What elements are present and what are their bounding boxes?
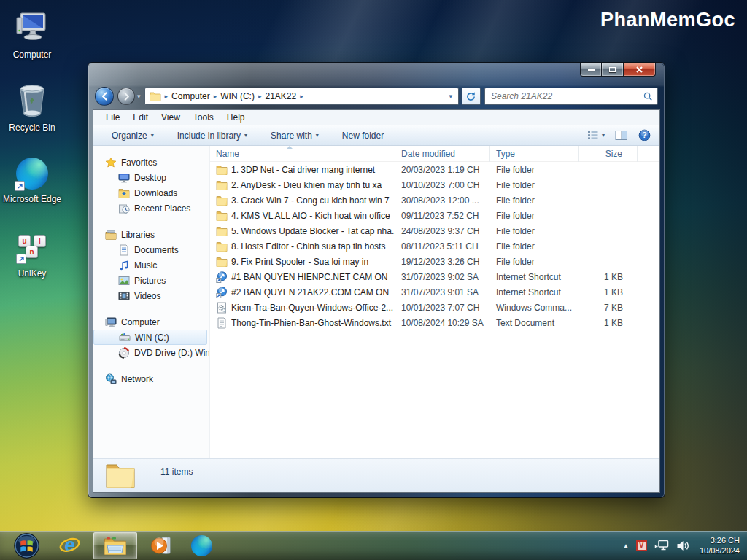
file-row[interactable]: 5. Windows Update Blocker - Tat cap nha.…	[210, 223, 659, 238]
file-row[interactable]: Thong-Tin-Phien-Ban-Ghost-Windows.txt10/…	[210, 315, 659, 330]
address-dropdown-icon[interactable]: ▾	[446, 93, 455, 100]
file-name: #1 BAN QUYEN HIENPC.NET CAM ON	[231, 272, 388, 282]
desktop-icon-recycle-bin[interactable]: Recycle Bin	[1, 83, 63, 133]
sidebar-item-videos[interactable]: Videos	[93, 288, 207, 303]
toolbar-new-folder-button[interactable]: New folder	[336, 131, 390, 141]
file-type: File folder	[490, 211, 579, 221]
recent-pages-dropdown[interactable]: ▾	[137, 93, 141, 100]
menu-file[interactable]: File	[99, 112, 126, 122]
file-list: 1. 3DP Net - Cai driver mang internet20/…	[210, 162, 659, 458]
desktop-icon-computer[interactable]: Computer	[1, 10, 63, 60]
column-header-name[interactable]: Name	[210, 146, 395, 162]
file-row[interactable]: 9. Fix Print Spooler - Sua loi may in19/…	[210, 254, 659, 269]
file-name: 4. KMS VL ALL AIO - Kich hoat win office	[231, 211, 390, 221]
taskbar-start-button[interactable]	[4, 531, 49, 560]
column-header-date-modified[interactable]: Date modified	[395, 146, 490, 162]
sidebar-label: WIN (C:)	[135, 332, 169, 343]
file-type: File folder	[490, 226, 579, 236]
sidebar-label: Favorites	[121, 158, 157, 168]
column-headers: NameDate modifiedTypeSize	[210, 146, 659, 162]
file-row[interactable]: 4. KMS VL ALL AIO - Kich hoat win office…	[210, 208, 659, 223]
breadcrumb-separator-icon: ▸	[298, 93, 306, 100]
close-button[interactable]	[624, 63, 656, 77]
sidebar-item-favorites[interactable]: Favorites	[93, 155, 209, 170]
sidebar-item-libraries[interactable]: Libraries	[93, 227, 209, 242]
back-button[interactable]	[95, 87, 114, 106]
sidebar-item-documents[interactable]: Documents	[93, 242, 207, 257]
minimize-button[interactable]	[580, 63, 602, 77]
desktop-icon	[118, 173, 130, 183]
sidebar-label: Downloads	[134, 188, 177, 198]
help-button[interactable]: ?	[638, 129, 651, 141]
sidebar-item-downloads[interactable]: Downloads	[93, 185, 207, 201]
chevron-down-icon: ▾	[316, 132, 319, 139]
sidebar-item-network[interactable]: Network	[93, 371, 209, 386]
sidebar-label: Network	[121, 374, 153, 384]
sidebar-section-network: Network	[93, 371, 209, 386]
folder-icon	[216, 165, 228, 175]
tray-network-button[interactable]	[654, 540, 669, 551]
file-row[interactable]: #2 BAN QUYEN 21AK22.COM CAM ON31/07/2023…	[210, 284, 659, 300]
menu-edit[interactable]: Edit	[126, 112, 155, 122]
breadcrumb-item-21ak22[interactable]: 21AK22	[265, 91, 296, 101]
caption-buttons	[580, 63, 656, 77]
file-date-modified: 24/08/2023 9:37 CH	[395, 226, 490, 236]
sidebar-item-recent-places[interactable]: Recent Places	[93, 201, 207, 216]
back-arrow-icon	[99, 91, 109, 101]
toolbar-share-with-button[interactable]: Share with ▾	[264, 131, 325, 141]
title-bar[interactable]	[88, 63, 665, 83]
file-row[interactable]: #1 BAN QUYEN HIENPC.NET CAM ON31/07/2023…	[210, 269, 659, 284]
refresh-button[interactable]	[462, 88, 481, 105]
desktop-icon-microsoft-edge[interactable]: Microsoft Edge	[1, 158, 63, 204]
file-type: File folder	[490, 165, 579, 175]
menu-help[interactable]: Help	[220, 112, 252, 122]
file-date-modified: 31/07/2023 9:02 SA	[395, 272, 490, 282]
sidebar-item-music[interactable]: Music	[93, 257, 207, 273]
file-row[interactable]: 1. 3DP Net - Cai driver mang internet20/…	[210, 162, 659, 177]
column-header-size[interactable]: Size	[579, 146, 638, 162]
maximize-button[interactable]	[602, 63, 624, 77]
edge-icon	[16, 158, 48, 190]
sidebar-item-dvd-drive-d-win-7[interactable]: DVD Drive (D:) Win-7	[93, 345, 207, 360]
menu-tools[interactable]: Tools	[187, 112, 220, 122]
breadcrumb-item-computer[interactable]: Computer	[171, 91, 210, 101]
file-row[interactable]: Kiem-Tra-Ban-Quyen-Windows-Office-2...10…	[210, 300, 659, 315]
tray-volume-button[interactable]	[676, 540, 690, 551]
change-view-button[interactable]: ▾	[587, 130, 605, 141]
forward-button[interactable]	[117, 88, 135, 105]
toolbar-include-in-library-button[interactable]: Include in library ▾	[171, 131, 254, 141]
taskbar-edge-button[interactable]	[182, 531, 222, 560]
sidebar-item-pictures[interactable]: Pictures	[93, 273, 207, 288]
desktop-icon-unikey[interactable]: ulnUniKey	[1, 235, 63, 279]
file-row[interactable]: 8. Hosts Editor - Chinh sua tap tin host…	[210, 238, 659, 254]
chevron-down-icon: ▾	[244, 132, 247, 139]
taskbar-windows-explorer-button[interactable]	[93, 532, 137, 559]
search-icon[interactable]	[643, 91, 653, 101]
preview-pane-icon	[615, 130, 628, 141]
column-header-type[interactable]: Type	[490, 146, 579, 162]
file-type: File folder	[490, 180, 579, 190]
address-bar[interactable]: ▸Computer▸WIN (C:)▸21AK22▸ ▾	[144, 88, 459, 105]
sidebar-item-win-c[interactable]: WIN (C:)	[93, 330, 207, 345]
file-row[interactable]: 3. Crack Win 7 - Cong cu kich hoat win 7…	[210, 192, 659, 208]
desktop-icon-label: Computer	[1, 50, 63, 60]
taskbar-internet-explorer-button[interactable]: e	[49, 531, 90, 560]
sidebar-item-computer[interactable]: Computer	[93, 314, 209, 330]
breadcrumb-item-win-c[interactable]: WIN (C:)	[220, 91, 255, 101]
toolbar-organize-button[interactable]: Organize ▾	[105, 131, 160, 141]
file-date-modified: 10/10/2023 7:00 CH	[395, 180, 490, 190]
sidebar-item-desktop[interactable]: Desktop	[93, 170, 207, 185]
sidebar-label: DVD Drive (D:) Win-7	[134, 348, 210, 358]
taskbar-media-player-button[interactable]	[140, 531, 182, 560]
menu-view[interactable]: View	[155, 112, 187, 122]
tray-unikey-button[interactable]: V	[636, 540, 647, 551]
tray-hidden-icons-button[interactable]: ▲	[623, 542, 629, 549]
file-row[interactable]: 2. AnyDesk - Dieu khien may tinh tu xa10…	[210, 177, 659, 192]
taskbar-clock[interactable]: 3:26 CH 10/08/2024	[697, 535, 740, 556]
search-input[interactable]	[489, 90, 643, 102]
breadcrumb-separator-icon: ▸	[256, 93, 264, 100]
file-name: 3. Crack Win 7 - Cong cu kich hoat win 7	[231, 195, 390, 206]
preview-pane-button[interactable]	[615, 130, 628, 141]
explorer-window: ▾ ▸Computer▸WIN (C:)▸21AK22▸ ▾ FileEditV…	[88, 62, 665, 498]
minimize-icon	[588, 69, 595, 71]
